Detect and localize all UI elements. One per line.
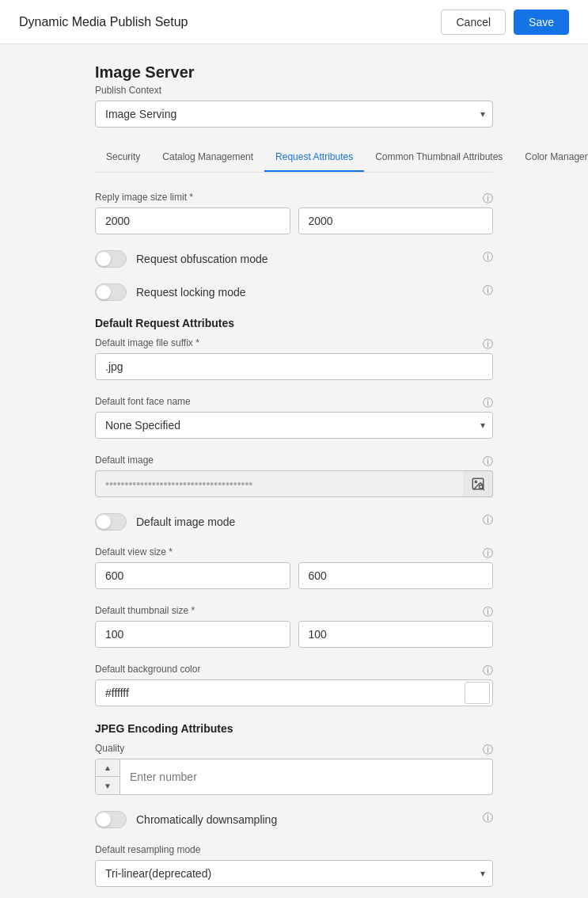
- stepper-up-icon: ▲: [104, 763, 112, 772]
- default-image-mode-info-icon[interactable]: ⓘ: [483, 513, 493, 527]
- section-title: Image Server: [95, 63, 493, 82]
- publish-context-group: Publish Context Image Serving ▾: [95, 85, 493, 127]
- toggle-knob-chroma: [97, 812, 111, 827]
- tab-security[interactable]: Security: [95, 143, 151, 172]
- quality-group: Quality ⓘ ▲ ▼: [95, 743, 493, 795]
- default-background-color-label: Default background color: [95, 664, 493, 675]
- default-background-color-info-icon[interactable]: ⓘ: [483, 664, 493, 678]
- default-image-input-wrapper: [95, 470, 493, 497]
- svg-line-3: [483, 489, 484, 490]
- default-thumbnail-size-input-2[interactable]: [298, 621, 494, 648]
- color-swatch[interactable]: [465, 682, 490, 704]
- tabs-bar: Security Catalog Management Request Attr…: [95, 143, 493, 173]
- request-obfuscation-label: Request obfuscation mode: [136, 253, 268, 265]
- quality-info-icon[interactable]: ⓘ: [483, 743, 493, 757]
- publish-context-select-wrapper: Image Serving ▾: [95, 101, 493, 127]
- default-view-size-info-icon[interactable]: ⓘ: [483, 546, 493, 561]
- chromatically-downsampling-toggle[interactable]: [95, 811, 127, 828]
- default-thumbnail-size-input-1[interactable]: [95, 621, 290, 648]
- default-resampling-mode-group: Default resampling mode Tri-linear(depre…: [95, 844, 493, 887]
- default-image-mode-label: Default image mode: [136, 516, 235, 528]
- default-background-color-group: Default background color ⓘ: [95, 664, 493, 706]
- quality-stepper-up-button[interactable]: ▲: [96, 759, 119, 777]
- toggle-knob-locking: [97, 285, 111, 299]
- tab-color-management[interactable]: Color Management Attributes: [514, 143, 588, 172]
- default-resampling-mode-select[interactable]: Tri-linear(deprecated): [95, 860, 493, 887]
- default-font-face-info-icon[interactable]: ⓘ: [483, 396, 493, 410]
- request-obfuscation-toggle[interactable]: [95, 250, 127, 268]
- top-bar: Dynamic Media Publish Setup Cancel Save: [0, 0, 588, 44]
- request-locking-info-icon[interactable]: ⓘ: [483, 283, 493, 298]
- default-image-suffix-group: Default image file suffix * ⓘ: [95, 337, 493, 380]
- publish-context-label: Publish Context: [95, 85, 493, 96]
- top-bar-actions: Cancel Save: [441, 10, 569, 35]
- default-resampling-mode-label: Default resampling mode: [95, 844, 493, 855]
- quality-stepper-down-button[interactable]: ▼: [96, 777, 119, 794]
- reply-image-size-group: Reply image size limit * ⓘ: [95, 192, 493, 234]
- reply-image-size-input-2[interactable]: [298, 207, 494, 234]
- svg-point-1: [475, 481, 476, 482]
- jpeg-encoding-title: JPEG Encoding Attributes: [95, 722, 493, 735]
- default-image-suffix-label: Default image file suffix *: [95, 337, 493, 348]
- request-locking-row: Request locking mode ⓘ: [95, 283, 493, 301]
- request-locking-toggle[interactable]: [95, 283, 127, 301]
- tab-catalog-management[interactable]: Catalog Management: [151, 143, 264, 172]
- image-search-icon: [471, 477, 485, 491]
- main-content: Image Server Publish Context Image Servi…: [0, 44, 588, 898]
- chromatically-downsampling-label: Chromatically downsampling: [136, 813, 277, 826]
- tab-common-thumbnail[interactable]: Common Thumbnail Attributes: [364, 143, 514, 172]
- default-image-info-icon[interactable]: ⓘ: [483, 455, 493, 469]
- reply-image-size-input-1[interactable]: [95, 207, 290, 234]
- tab-request-attributes[interactable]: Request Attributes: [264, 143, 364, 172]
- default-font-face-select-wrapper: None Specified ▾: [95, 412, 493, 439]
- default-image-suffix-info-icon[interactable]: ⓘ: [483, 337, 493, 352]
- toggle-knob-image-mode: [97, 515, 111, 529]
- default-background-color-input[interactable]: [95, 679, 493, 706]
- quality-stepper-row: ▲ ▼: [95, 759, 493, 795]
- default-image-mode-row: Default image mode ⓘ: [95, 513, 493, 531]
- save-button[interactable]: Save: [514, 10, 569, 35]
- quality-stepper: ▲ ▼: [95, 759, 120, 795]
- reply-image-size-inputs: [95, 207, 493, 234]
- default-thumbnail-size-info-icon[interactable]: ⓘ: [483, 605, 493, 619]
- svg-point-2: [479, 485, 483, 489]
- toggle-knob: [97, 252, 111, 266]
- quality-input[interactable]: [120, 759, 493, 795]
- default-image-input[interactable]: [95, 470, 493, 497]
- default-thumbnail-size-inputs: [95, 621, 493, 648]
- cancel-button[interactable]: Cancel: [441, 10, 506, 35]
- request-locking-label: Request locking mode: [136, 286, 246, 299]
- default-image-mode-toggle[interactable]: [95, 513, 127, 531]
- chromatically-downsampling-info-icon[interactable]: ⓘ: [483, 811, 493, 825]
- page-title: Dynamic Media Publish Setup: [19, 15, 188, 29]
- default-resampling-mode-select-wrapper: Tri-linear(deprecated) ▾: [95, 860, 493, 887]
- default-view-size-input-2[interactable]: [298, 562, 494, 589]
- default-view-size-inputs: [95, 562, 493, 589]
- default-view-size-group: Default view size * ⓘ: [95, 546, 493, 589]
- chromatically-downsampling-row: Chromatically downsampling ⓘ: [95, 811, 493, 828]
- quality-label: Quality: [95, 743, 493, 754]
- reply-image-size-label: Reply image size limit *: [95, 192, 493, 203]
- default-background-color-input-wrapper: [95, 679, 493, 706]
- request-obfuscation-row: Request obfuscation mode ⓘ: [95, 250, 493, 268]
- default-view-size-label: Default view size *: [95, 546, 493, 557]
- default-thumbnail-size-group: Default thumbnail size * ⓘ: [95, 605, 493, 648]
- default-view-size-input-1[interactable]: [95, 562, 290, 589]
- request-obfuscation-info-icon[interactable]: ⓘ: [483, 250, 493, 264]
- stepper-down-icon: ▼: [104, 782, 112, 790]
- default-image-group: Default image ⓘ: [95, 455, 493, 497]
- default-font-face-label: Default font face name: [95, 396, 493, 407]
- default-image-label: Default image: [95, 455, 493, 466]
- default-image-suffix-input[interactable]: [95, 353, 493, 380]
- reply-image-size-info-icon[interactable]: ⓘ: [483, 192, 493, 206]
- default-font-face-select[interactable]: None Specified: [95, 412, 493, 439]
- publish-context-select[interactable]: Image Serving: [95, 101, 493, 127]
- default-thumbnail-size-label: Default thumbnail size *: [95, 605, 493, 616]
- default-request-attributes-title: Default Request Attributes: [95, 317, 493, 329]
- default-font-face-group: Default font face name ⓘ None Specified …: [95, 396, 493, 439]
- default-image-search-button[interactable]: [463, 470, 493, 497]
